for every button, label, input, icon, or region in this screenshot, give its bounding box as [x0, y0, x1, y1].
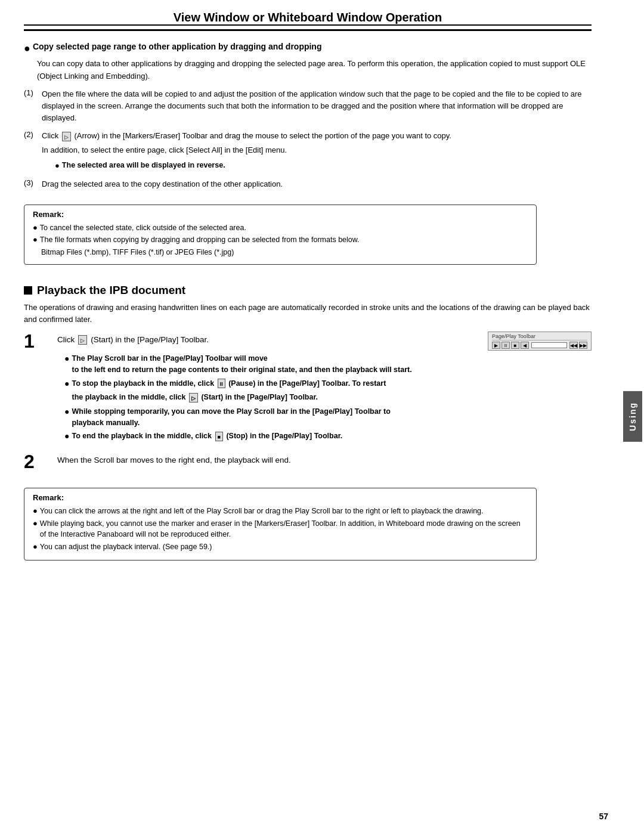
copy-section-heading: ● Copy selected page range to other appl…	[24, 42, 592, 55]
toolbar-controls: ▶ II ■ ◀ ◀◀ ▶▶	[492, 342, 587, 349]
playback-step-2-content: When the Scroll bar moves to the right e…	[57, 454, 592, 466]
toolbar-image: Page/Play Toolbar ▶ II ■ ◀ ◀◀ ▶▶	[483, 332, 592, 351]
tb-rw-btn: ◀◀	[569, 342, 578, 349]
remark2-bullet-1: ●	[33, 506, 38, 515]
remark-indent-text: Bitmap Files (*.bmp), TIFF Files (*.tif)…	[41, 247, 528, 258]
remark-bullet-1: ●	[33, 223, 38, 232]
page-title: View Window or Whiteboard Window Operati…	[24, 11, 592, 24]
tb-pause-btn: II	[501, 342, 510, 349]
step-3-content: Drag the selected area to the copy desti…	[42, 178, 592, 190]
remark-item-1: ● To cancel the selected state, click ou…	[33, 222, 528, 234]
playback-bullet-2-dot: ●	[64, 378, 69, 390]
copy-step-1: (1) Open the file where the data will be…	[24, 88, 592, 124]
playback-step-2-row: 2 When the Scroll bar moves to the right…	[24, 454, 592, 471]
step1-text-after: (Start) in the [Page/Play] Toolbar.	[91, 334, 209, 346]
playback-title: Playback the IPB document	[37, 284, 185, 297]
tb-scroll-bar	[531, 342, 567, 348]
stop-icon-inline: ■	[215, 432, 223, 441]
remark-text-2: The file formats when copying by draggin…	[40, 234, 360, 246]
playback-bullet-3: ● While stopping temporarily, you can mo…	[64, 406, 592, 429]
step-number-2: (2)	[24, 130, 41, 172]
step-text-part: Click ▷ (Start) in the [Page/Play] Toolb…	[57, 334, 473, 346]
step1-text-before: Click	[57, 334, 75, 346]
remark-title-2: Remark:	[33, 493, 528, 502]
remark-item-2a: ● You can click the arrows at the right …	[33, 506, 528, 517]
copy-step-3: (3) Drag the selected area to the copy d…	[24, 178, 592, 190]
playback-step-1-content: Click ▷ (Start) in the [Page/Play] Toolb…	[57, 334, 592, 445]
page-number: 57	[599, 812, 608, 821]
playback-bullet-1: ● The Play Scroll bar in the [Page/Play]…	[64, 353, 592, 376]
page-wrapper: View Window or Whiteboard Window Operati…	[0, 0, 644, 833]
toolbar-img-title: Page/Play Toolbar	[492, 333, 587, 340]
playback-description: The operations of drawing and erasing ha…	[24, 302, 592, 326]
step-1-content: Open the file where the data will be cop…	[42, 88, 592, 124]
tb-back-btn: ◀	[521, 342, 529, 349]
tb-ff-btn: ▶▶	[579, 342, 587, 349]
start-icon: ▷	[78, 335, 87, 345]
bold-note-text: The selected area will be displayed in r…	[62, 160, 225, 171]
arrow-icon: ▷	[62, 132, 71, 141]
step-number-3: (3)	[24, 178, 41, 190]
playback-bullet-2: ● To stop the playback in the middle, cl…	[64, 378, 592, 390]
main-content: View Window or Whiteboard Window Operati…	[0, 0, 621, 833]
playback-bullet-3-dot: ●	[64, 406, 69, 418]
remark2-text-1: You can click the arrows at the right an…	[40, 506, 484, 517]
toolbar-img-box: Page/Play Toolbar ▶ II ■ ◀ ◀◀ ▶▶	[488, 332, 592, 351]
copy-step-2: (2) Click ▷ (Arrow) in the [Markers/Eras…	[24, 130, 592, 172]
playback-bullet-1-text: The Play Scroll bar in the [Page/Play] T…	[72, 353, 411, 376]
playback-bullet-1-dot: ●	[64, 353, 69, 365]
page-header: View Window or Whiteboard Window Operati…	[24, 11, 592, 31]
playback-bullet-4-text: To end the playback in the middle, click…	[72, 431, 342, 442]
playback-bullet-2b: ● the playback in the middle, click ▷ (S…	[64, 392, 592, 404]
step-main-line: Click ▷ (Start) in the [Page/Play] Toolb…	[57, 334, 473, 346]
remark-box-1: Remark: ● To cancel the selected state, …	[24, 205, 537, 265]
remark2-text-3: You can adjust the playback interval. (S…	[40, 541, 212, 553]
black-square-icon	[24, 286, 32, 295]
step-number-1: (1)	[24, 88, 41, 124]
pause-icon-inline: II	[218, 379, 225, 388]
tb-play-btn: ▶	[492, 342, 500, 349]
step2-main-line: When the Scroll bar moves to the right e…	[57, 454, 592, 466]
remark2-bullet-3: ●	[33, 542, 38, 551]
step-2-text-after: (Arrow) in the [Markers/Eraser] Toolbar …	[74, 131, 451, 140]
step-2-sub: In addition, to select the entire page, …	[42, 144, 592, 156]
playback-step-2-number: 2	[24, 452, 52, 471]
remark-bullet-2: ●	[33, 235, 38, 244]
remark-title-1: Remark:	[33, 210, 528, 219]
start-icon-inline: ▷	[189, 393, 198, 402]
step-2-content: Click ▷ (Arrow) in the [Markers/Eraser] …	[42, 130, 592, 172]
remark-item-2b: ● While playing back, you cannot use the…	[33, 518, 528, 541]
copy-intro-text: You can copy data to other applications …	[37, 58, 592, 82]
remark-item-2c: ● You can adjust the playback interval. …	[33, 541, 528, 553]
remark2-bullet-2: ●	[33, 519, 38, 528]
step-2-bold-note: ● The selected area will be displayed in…	[55, 160, 592, 172]
playback-bullet-2b-text: the playback in the middle, click ▷ (Sta…	[72, 392, 318, 403]
playback-step-1-number: 1	[24, 332, 52, 351]
remark-item-2: ● The file formats when copying by dragg…	[33, 234, 528, 246]
playback-bullet-4-dot: ●	[64, 431, 69, 442]
playback-step-1-row: 1 Click ▷ (Start) in the [Page/Play] Too…	[24, 334, 592, 445]
step-content-flex: Click ▷ (Start) in the [Page/Play] Toolb…	[57, 334, 592, 351]
tb-stop-btn: ■	[511, 342, 519, 349]
playback-bullet-3-text: While stopping temporarily, you can move…	[72, 406, 390, 429]
remark-text-1: To cancel the selected state, click outs…	[40, 222, 246, 234]
side-tab: Using	[621, 0, 644, 833]
side-tab-label: Using	[623, 391, 642, 442]
remark-box-2: Remark: ● You can click the arrows at th…	[24, 488, 537, 561]
remark2-text-2: While playing back, you cannot use the m…	[40, 518, 528, 541]
playback-bullet-4: ● To end the playback in the middle, cli…	[64, 431, 592, 442]
step-2-text-before: Click	[42, 131, 58, 140]
copy-heading-text: Copy selected page range to other applic…	[33, 42, 322, 51]
bold-note-bullet: ●	[55, 160, 60, 172]
playback-heading: Playback the IPB document	[24, 284, 592, 297]
playback-bullet-2-text: To stop the playback in the middle, clic…	[72, 378, 386, 389]
bullet-dot-icon: ●	[24, 42, 30, 55]
